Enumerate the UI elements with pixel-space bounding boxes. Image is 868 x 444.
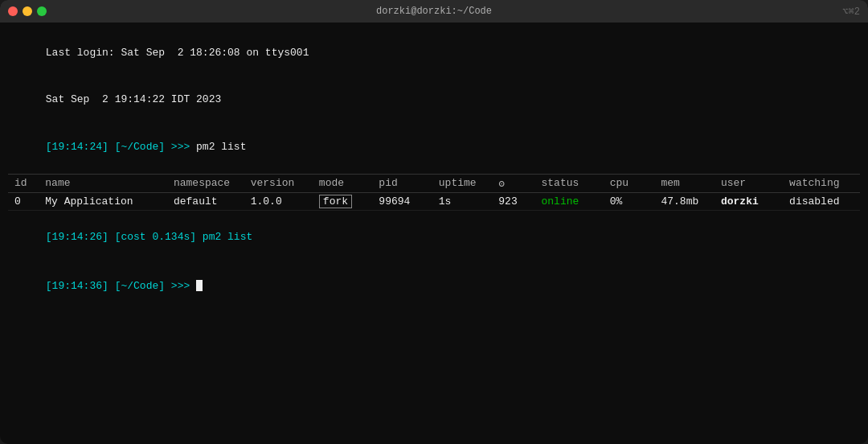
col-header-cpu: cpu: [604, 174, 655, 192]
cell-id: 0: [8, 192, 39, 210]
cell-watching: disabled: [783, 192, 860, 210]
prompt-symbol-1: >>>: [171, 141, 190, 153]
date-line: Sat Sep 2 19:14:22 IDT 2023: [8, 76, 860, 124]
maximize-button[interactable]: [37, 6, 47, 16]
terminal-body[interactable]: Last login: Sat Sep 2 18:26:08 on ttys00…: [0, 23, 868, 444]
keyboard-shortcut: ⌥⌘2: [842, 6, 860, 18]
cost-line: [19:14:26] [cost 0.134s] pm2 list: [8, 214, 860, 261]
prompt-3: [19:14:36] [~/Code]: [46, 280, 171, 292]
col-header-mode: mode: [313, 174, 372, 192]
cell-status: online: [535, 192, 604, 210]
cell-namespace: default: [167, 192, 244, 210]
close-button[interactable]: [8, 6, 18, 16]
col-header-user: user: [714, 174, 783, 192]
cell-uptime: 1s: [432, 192, 492, 210]
minimize-button[interactable]: [23, 6, 32, 16]
col-header-watching: watching: [783, 174, 860, 192]
command-1: pm2 list: [190, 141, 246, 153]
prompt-1: [19:14:24] [~/Code]: [46, 141, 171, 153]
col-header-restarts: ʘ: [492, 174, 534, 192]
pm2-table: id name namespace version mode pid uptim…: [8, 174, 860, 211]
cell-restarts: 923: [492, 192, 534, 210]
cell-mem: 47.8mb: [654, 192, 714, 210]
command-line-3: [19:14:36] [~/Code] >>>: [8, 262, 860, 310]
mode-fork-badge: fork: [319, 195, 352, 208]
terminal-cursor: [196, 280, 203, 291]
prompt-symbol-3: >>>: [171, 280, 190, 292]
cell-name: My Application: [39, 192, 167, 210]
col-header-status: status: [535, 174, 604, 192]
title-bar: dorzki@dorzki:~/Code ⌥⌘2: [0, 0, 868, 23]
table-header-row: id name namespace version mode pid uptim…: [8, 174, 860, 192]
col-header-name: name: [39, 174, 167, 192]
col-header-uptime: uptime: [432, 174, 492, 192]
col-header-mem: mem: [654, 174, 714, 192]
last-login-line: Last login: Sat Sep 2 18:26:08 on ttys00…: [8, 29, 860, 76]
cost-text: [19:14:26] [cost 0.134s] pm2 list: [46, 231, 252, 243]
col-header-pid: pid: [372, 174, 432, 192]
window-title: dorzki@dorzki:~/Code: [376, 6, 492, 17]
table-row: 0 My Application default 1.0.0 fork 9969…: [8, 192, 860, 210]
cell-mode: fork: [313, 192, 372, 210]
traffic-lights: [8, 6, 47, 16]
cell-cpu: 0%: [604, 192, 655, 210]
col-header-namespace: namespace: [167, 174, 244, 192]
cell-user: dorzki: [714, 192, 783, 210]
col-header-id: id: [8, 174, 39, 192]
terminal-window: dorzki@dorzki:~/Code ⌥⌘2 Last login: Sat…: [0, 0, 868, 444]
cell-version: 1.0.0: [244, 192, 313, 210]
col-header-version: version: [244, 174, 313, 192]
command-line-1: [19:14:24] [~/Code] >>> pm2 list: [8, 123, 860, 171]
status-online-badge: online: [542, 195, 579, 208]
cell-pid: 99694: [372, 192, 432, 210]
